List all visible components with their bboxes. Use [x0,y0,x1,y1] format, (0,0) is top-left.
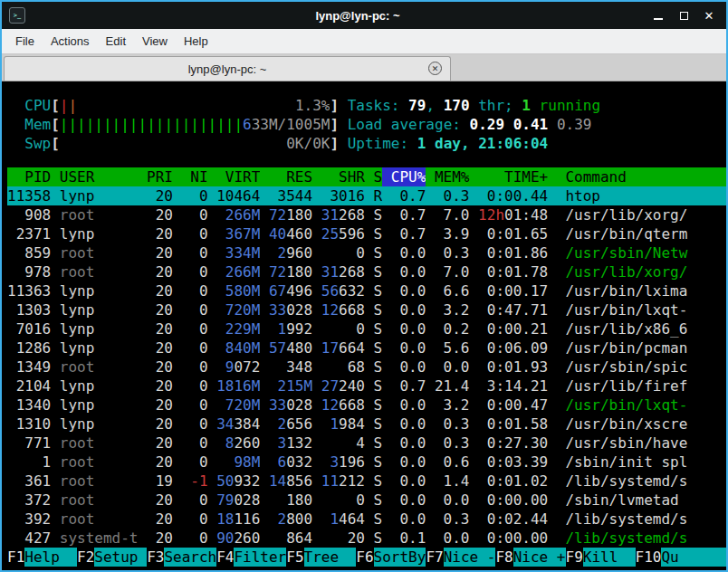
tab-active[interactable]: lynp@lyn-pc: ~ ✕ [4,56,451,81]
column-header-time[interactable]: TIME+ [470,167,549,186]
text-segment: running [531,97,600,114]
text-segment: 384 [234,415,260,433]
text-segment: 908 [24,206,51,224]
fkey-action-label: Tree [304,548,357,567]
meter-mem: Mem[|||||||||||||||||||||633M/1005M] [7,115,339,134]
process-row-427[interactable]: 427systemd-t2009026086420S0.10.00:00.00/… [7,529,726,548]
process-row-11363[interactable]: 11363lynp200580M6749656632S0.06.60:00.17… [7,281,726,300]
meter-label: Mem [7,115,51,134]
text-segment: 0 [199,377,208,395]
fkey-f6[interactable]: F6SortBy [356,548,426,567]
column-header-user[interactable]: USER [60,167,139,186]
process-row-1[interactable]: 1root20098M60323196S0.00.60:03.39/sbin/i… [7,453,726,472]
fkey-f1[interactable]: F1Help [7,548,77,567]
process-row-1340[interactable]: 1340lynp200720M3302812668S0.03.20:00.47/… [7,396,726,415]
window-controls: ✕ [648,5,719,25]
fkey-f10[interactable]: F10Qu [636,548,726,567]
terminal-screen[interactable]: CPU[||1.3%]Mem[|||||||||||||||||||||633M… [2,81,726,570]
column-header-ni[interactable]: NI [173,167,208,186]
column-header-command[interactable]: Command [548,167,726,186]
process-row-978[interactable]: 978root200266M7218031268S0.07.00:01.78/u… [7,262,726,281]
text-segment: S [374,282,383,300]
column-header-virt[interactable]: VIRT [208,167,261,186]
fkey-f4[interactable]: F4Filter [216,548,286,567]
process-row-1286[interactable]: 1286lynp200840M5748017664S0.05.60:06.09/… [7,338,726,358]
text-segment: 028 [286,301,312,319]
process-row-1349[interactable]: 1349root200907234868S0.00.00:01.93/usr/s… [7,358,726,377]
stats-uptime: Uptime: 1 day, 21:06:04 [348,134,600,153]
fkey-f8[interactable]: F8Nice + [495,548,565,567]
fkey-f5[interactable]: F5Tree [286,548,356,567]
meter-value: 0K/0K [286,134,330,153]
fkey-f7[interactable]: F7Nice - [426,548,495,567]
text-segment: 20 [156,510,173,528]
text-segment: 260 [234,434,260,452]
meter-bar: ||1.3% [60,96,330,115]
column-header-pid[interactable]: PID [7,167,51,186]
process-row-2371[interactable]: 2371lynp200367M4046025596S0.73.90:01.65/… [7,224,726,243]
text-segment: 0.0 [399,396,426,414]
text-segment: 20 [156,282,173,300]
fkey-f3[interactable]: F3Search [147,548,216,567]
process-row-7016[interactable]: 7016lynp200229M19920S0.00.20:00.21/usr/l… [7,319,726,338]
column-header-s[interactable]: S [365,167,382,186]
menu-item-actions[interactable]: Actions [43,31,98,52]
titlebar[interactable]: >_ lynp@lyn-pc: ~ ✕ [2,2,726,29]
text-segment: 20 [156,301,173,319]
tab-close-icon[interactable]: ✕ [428,62,442,75]
text-segment: /lib/systemd/s [565,472,687,490]
menu-item-edit[interactable]: Edit [98,31,134,52]
process-row-372[interactable]: 372root200790281800S0.00.00:00.00/sbin/l… [7,491,726,510]
text-segment: root [60,434,95,452]
process-row-859[interactable]: 859root200334M29600S0.00.30:01.86/usr/sb… [7,243,726,262]
text-segment: 464 [339,510,365,528]
text-segment: 0.3 [444,244,470,262]
text-segment: S [374,244,383,262]
maximize-icon[interactable] [674,5,694,25]
menu-item-view[interactable]: View [134,31,176,52]
process-row-361[interactable]: 361root19-1509321485611212S0.01.40:01.02… [7,472,726,491]
text-segment: 20 [156,358,173,376]
menu-item-file[interactable]: File [7,31,43,52]
column-header-shr[interactable]: SHR [312,167,365,186]
column-header-cpu[interactable]: CPU% [382,167,426,186]
text-segment: 372 [24,491,51,509]
text-segment: 0 [199,453,208,471]
minimize-icon[interactable] [648,5,668,25]
text-segment: 212 [339,472,365,490]
text-segment: 0.0 [399,510,426,528]
process-row-1303[interactable]: 1303lynp200720M3302812668S0.03.20:47.71/… [7,300,726,319]
process-row-2104[interactable]: 2104lynp2001816M215M27240S0.721.43:14.21… [7,377,726,396]
text-segment: 20 [156,263,173,281]
text-segment: 1 [43,453,52,471]
process-row-1310[interactable]: 1310lynp2003438426561984S0.00.30:01.58/u… [7,415,726,434]
menu-item-help[interactable]: Help [176,31,216,52]
text-segment: 57 [269,339,286,357]
text-segment: root [60,358,95,376]
column-header-pri[interactable]: PRI [138,167,173,186]
text-segment: 170 [444,97,470,114]
fkey-key-label: F6 [356,548,373,567]
text-segment: lynp [60,187,95,205]
process-row-771[interactable]: 771root200826031324S0.00.30:27.30/usr/sb… [7,434,726,453]
text-segment: 3.2 [444,396,470,414]
text-segment: 0.7 [399,206,426,224]
meter-bracket: [ [51,96,60,115]
column-header-res[interactable]: RES [260,167,312,186]
process-row-392[interactable]: 392root2001811628001464S0.00.30:02.44/li… [7,510,726,529]
process-row-11358[interactable]: 11358lynp2001046435443016R0.70.30:00.44h… [7,186,726,205]
text-segment: lynp [60,282,95,300]
column-header-mem[interactable]: MEM% [426,167,469,186]
text-segment: 240 [339,377,365,395]
close-icon[interactable]: ✕ [699,5,719,25]
terminal-app-icon: >_ [9,7,25,24]
text-segment: 12h [478,206,504,224]
fkey-f2[interactable]: F2Setup [77,548,147,567]
text-segment: 1310 [16,415,52,433]
text-segment: 0:06.09 [487,339,548,357]
text-segment: 0.2 [444,320,470,338]
text-segment: /usr/bin/pcman [565,339,687,357]
process-row-908[interactable]: 908root200266M7218031268S0.77.012h01:48/… [7,205,726,224]
text-segment: 20 [156,225,173,243]
fkey-f9[interactable]: F9Kill [566,548,636,567]
